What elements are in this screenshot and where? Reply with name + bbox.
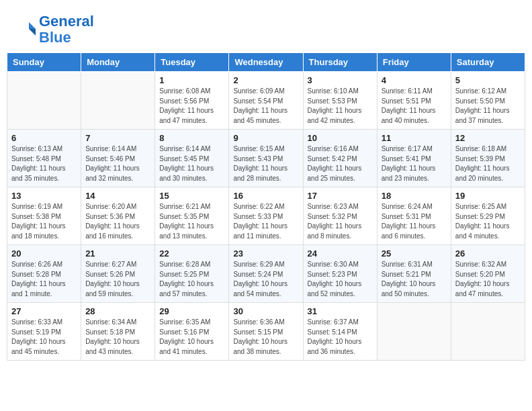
day-number: 12 [455,133,521,143]
day-info: Sunrise: 6:23 AM Sunset: 5:32 PM Dayligh… [308,202,373,241]
calendar-cell: 16Sunrise: 6:22 AM Sunset: 5:33 PM Dayli… [229,187,303,245]
day-number: 6 [11,133,77,143]
calendar-cell: 28Sunrise: 6:34 AM Sunset: 5:18 PM Dayli… [81,303,155,361]
svg-marker-1 [29,29,36,36]
day-info: Sunrise: 6:26 AM Sunset: 5:28 PM Dayligh… [11,260,77,299]
day-info: Sunrise: 6:31 AM Sunset: 5:21 PM Dayligh… [382,260,447,299]
day-info: Sunrise: 6:10 AM Sunset: 5:53 PM Dayligh… [308,87,373,126]
page-header: General Blue [7,7,525,49]
day-info: Sunrise: 6:16 AM Sunset: 5:42 PM Dayligh… [308,144,373,183]
calendar-cell: 2Sunrise: 6:09 AM Sunset: 5:54 PM Daylig… [229,72,303,130]
weekday-header-sunday: Sunday [7,53,81,72]
logo-text: General Blue [39,13,94,46]
svg-marker-0 [29,22,36,29]
day-number: 28 [85,306,150,316]
day-info: Sunrise: 6:14 AM Sunset: 5:45 PM Dayligh… [159,144,224,183]
day-number: 3 [308,75,373,85]
day-info: Sunrise: 6:13 AM Sunset: 5:48 PM Dayligh… [11,144,77,183]
day-number: 9 [233,133,298,143]
calendar-cell: 30Sunrise: 6:36 AM Sunset: 5:15 PM Dayli… [229,303,303,361]
calendar-cell: 14Sunrise: 6:20 AM Sunset: 5:36 PM Dayli… [81,187,155,245]
calendar-cell: 22Sunrise: 6:28 AM Sunset: 5:25 PM Dayli… [155,245,229,303]
calendar-cell: 23Sunrise: 6:29 AM Sunset: 5:24 PM Dayli… [229,245,303,303]
day-info: Sunrise: 6:14 AM Sunset: 5:46 PM Dayligh… [85,144,150,183]
day-number: 10 [308,133,373,143]
weekday-header-friday: Friday [377,53,451,72]
calendar-cell: 3Sunrise: 6:10 AM Sunset: 5:53 PM Daylig… [303,72,377,130]
calendar-cell [377,303,451,361]
calendar-cell: 15Sunrise: 6:21 AM Sunset: 5:35 PM Dayli… [155,187,229,245]
day-info: Sunrise: 6:24 AM Sunset: 5:31 PM Dayligh… [382,202,447,241]
day-number: 24 [308,248,373,259]
day-number: 29 [159,306,224,316]
day-number: 1 [159,75,224,85]
calendar-cell: 26Sunrise: 6:32 AM Sunset: 5:20 PM Dayli… [451,245,525,303]
day-info: Sunrise: 6:29 AM Sunset: 5:24 PM Dayligh… [233,260,298,299]
day-number: 20 [11,248,77,259]
day-info: Sunrise: 6:28 AM Sunset: 5:25 PM Dayligh… [159,260,224,299]
day-number: 25 [382,248,447,259]
day-info: Sunrise: 6:18 AM Sunset: 5:39 PM Dayligh… [455,144,521,183]
logo: General Blue [17,13,94,46]
day-info: Sunrise: 6:22 AM Sunset: 5:33 PM Dayligh… [233,202,298,241]
day-number: 5 [455,75,521,85]
calendar-cell: 7Sunrise: 6:14 AM Sunset: 5:46 PM Daylig… [81,130,155,187]
weekday-header-saturday: Saturday [451,53,525,72]
weekday-header-wednesday: Wednesday [229,53,303,72]
calendar-cell: 27Sunrise: 6:33 AM Sunset: 5:19 PM Dayli… [7,303,81,361]
calendar-cell [81,72,155,130]
day-number: 31 [308,306,373,316]
day-info: Sunrise: 6:37 AM Sunset: 5:14 PM Dayligh… [308,318,373,357]
day-info: Sunrise: 6:11 AM Sunset: 5:51 PM Dayligh… [382,87,447,126]
day-info: Sunrise: 6:15 AM Sunset: 5:43 PM Dayligh… [233,144,298,183]
day-info: Sunrise: 6:08 AM Sunset: 5:56 PM Dayligh… [159,87,224,126]
day-number: 11 [382,133,447,143]
day-number: 2 [233,75,298,85]
day-info: Sunrise: 6:09 AM Sunset: 5:54 PM Dayligh… [233,87,298,126]
day-info: Sunrise: 6:20 AM Sunset: 5:36 PM Dayligh… [85,202,150,241]
calendar-table: SundayMondayTuesdayWednesdayThursdayFrid… [7,52,525,361]
day-number: 18 [382,191,447,201]
calendar-cell: 31Sunrise: 6:37 AM Sunset: 5:14 PM Dayli… [303,303,377,361]
weekday-header-monday: Monday [81,53,155,72]
day-number: 23 [233,248,298,259]
calendar-cell: 5Sunrise: 6:12 AM Sunset: 5:50 PM Daylig… [451,72,525,130]
day-number: 27 [11,306,77,316]
day-number: 21 [85,248,150,259]
calendar-cell: 12Sunrise: 6:18 AM Sunset: 5:39 PM Dayli… [451,130,525,187]
calendar-cell: 4Sunrise: 6:11 AM Sunset: 5:51 PM Daylig… [377,72,451,130]
weekday-header-thursday: Thursday [303,53,377,72]
day-info: Sunrise: 6:27 AM Sunset: 5:26 PM Dayligh… [85,260,150,299]
day-info: Sunrise: 6:12 AM Sunset: 5:50 PM Dayligh… [455,87,521,126]
calendar-cell: 19Sunrise: 6:25 AM Sunset: 5:29 PM Dayli… [451,187,525,245]
calendar-cell [7,72,81,130]
calendar-cell: 18Sunrise: 6:24 AM Sunset: 5:31 PM Dayli… [377,187,451,245]
day-number: 4 [382,75,447,85]
day-info: Sunrise: 6:21 AM Sunset: 5:35 PM Dayligh… [159,202,224,241]
day-number: 16 [233,191,298,201]
calendar-cell: 21Sunrise: 6:27 AM Sunset: 5:26 PM Dayli… [81,245,155,303]
day-number: 15 [159,191,224,201]
day-info: Sunrise: 6:19 AM Sunset: 5:38 PM Dayligh… [11,202,77,241]
day-info: Sunrise: 6:33 AM Sunset: 5:19 PM Dayligh… [11,318,77,357]
weekday-header-tuesday: Tuesday [155,53,229,72]
day-info: Sunrise: 6:36 AM Sunset: 5:15 PM Dayligh… [233,318,298,357]
day-info: Sunrise: 6:32 AM Sunset: 5:20 PM Dayligh… [455,260,521,299]
day-number: 19 [455,191,521,201]
calendar-cell: 17Sunrise: 6:23 AM Sunset: 5:32 PM Dayli… [303,187,377,245]
day-number: 8 [159,133,224,143]
day-number: 17 [308,191,373,201]
day-number: 7 [85,133,150,143]
calendar-cell: 9Sunrise: 6:15 AM Sunset: 5:43 PM Daylig… [229,130,303,187]
day-number: 26 [455,248,521,259]
day-number: 14 [85,191,150,201]
day-number: 13 [11,191,77,201]
calendar-cell: 24Sunrise: 6:30 AM Sunset: 5:23 PM Dayli… [303,245,377,303]
day-info: Sunrise: 6:17 AM Sunset: 5:41 PM Dayligh… [382,144,447,183]
calendar-cell: 29Sunrise: 6:35 AM Sunset: 5:16 PM Dayli… [155,303,229,361]
day-number: 30 [233,306,298,316]
day-info: Sunrise: 6:30 AM Sunset: 5:23 PM Dayligh… [308,260,373,299]
calendar-cell: 20Sunrise: 6:26 AM Sunset: 5:28 PM Dayli… [7,245,81,303]
calendar-cell: 6Sunrise: 6:13 AM Sunset: 5:48 PM Daylig… [7,130,81,187]
calendar-cell: 1Sunrise: 6:08 AM Sunset: 5:56 PM Daylig… [155,72,229,130]
